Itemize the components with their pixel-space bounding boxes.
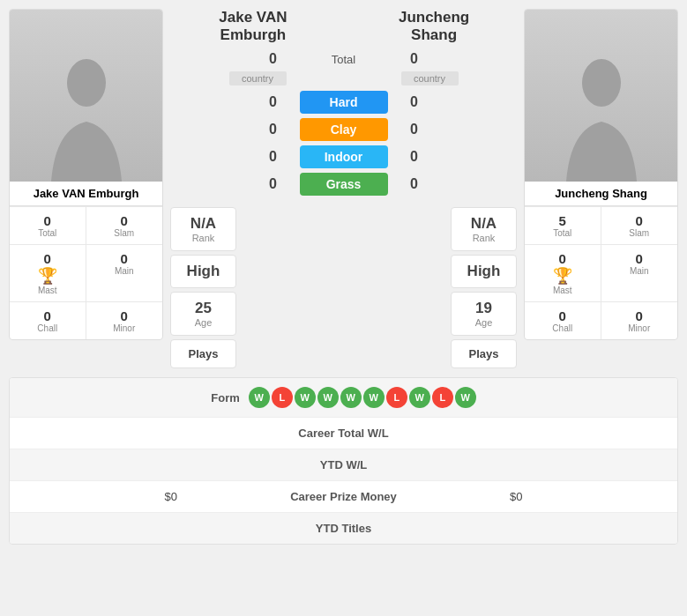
form-badge-5: W [363, 387, 385, 408]
right-mast-cell: 0 🏆 Mast [525, 245, 601, 302]
ytd-titles-row: YTD Titles [10, 513, 677, 544]
clay-button[interactable]: Clay [300, 118, 388, 141]
grass-button[interactable]: Grass [300, 173, 388, 196]
career-wl-label: Career Total W/L [186, 427, 501, 440]
form-label: Form [211, 391, 240, 404]
form-badge-0: W [249, 387, 270, 408]
right-main-value: 0 [605, 251, 675, 266]
right-age-lbl: Age [462, 317, 505, 328]
clay-row: 0 Clay 0 [170, 118, 517, 141]
career-prize-left-val: $0 [10, 490, 186, 503]
left-mast-label: Mast [13, 286, 82, 295]
clay-score-right: 0 [401, 122, 428, 137]
left-age-lbl: Age [182, 317, 225, 328]
left-level-val: High [182, 263, 225, 280]
right-plays-box: Plays [451, 339, 517, 368]
indoor-button[interactable]: Indoor [300, 145, 388, 168]
left-header-name: Jake VANEmburgh [179, 9, 327, 44]
bottom-stats-section: Form W L W W W W L W L W Career Total W/… [9, 377, 678, 545]
hard-score-right: 0 [401, 94, 428, 110]
left-plays-box: Plays [170, 339, 236, 368]
right-center-stats: N/A Rank High 19 Age Plays [451, 207, 517, 368]
right-rank-box: N/A Rank [451, 207, 517, 251]
ytd-wl-label: YTD W/L [186, 458, 501, 471]
ytd-titles-label: YTD Titles [186, 522, 501, 535]
right-age-box: 19 Age [451, 292, 517, 336]
hard-score-left: 0 [260, 94, 287, 110]
career-prize-right-val: $0 [501, 490, 677, 503]
form-badges-container: Form W L W W W W L W L W [186, 387, 501, 408]
grass-score-right: 0 [401, 176, 428, 192]
left-total-value: 0 [13, 213, 82, 228]
left-slam-cell: 0 Slam [86, 207, 163, 245]
right-minor-label: Minor [605, 323, 675, 333]
clay-score-left: 0 [260, 122, 287, 137]
player-names-row: Jake VANEmburgh JunchengShang [170, 9, 517, 44]
form-badge-9: W [455, 387, 476, 408]
center-stats-section: N/A Rank High 25 Age Plays [170, 207, 517, 368]
right-trophy-icon: 🏆 [553, 267, 572, 285]
right-player-avatar [525, 10, 677, 182]
left-main-cell: 0 Main [86, 245, 163, 302]
right-slam-cell: 0 Slam [601, 207, 678, 245]
left-age-val: 25 [182, 300, 225, 317]
left-chall-value: 0 [13, 308, 82, 323]
left-main-value: 0 [90, 251, 160, 266]
left-minor-cell: 0 Minor [86, 302, 163, 339]
left-chall-label: Chall [13, 323, 82, 333]
left-player-name: Jake VAN Emburgh [10, 182, 162, 206]
form-badge-2: W [295, 387, 316, 408]
surface-buttons: 0 Hard 0 0 Clay 0 0 Indoor 0 [170, 91, 517, 200]
hard-button[interactable]: Hard [300, 91, 388, 114]
right-rank-lbl: Rank [462, 233, 505, 243]
left-age-box: 25 Age [170, 292, 236, 336]
form-badge-3: W [317, 387, 339, 408]
career-prize-label: Career Prize Money [186, 490, 501, 503]
right-total-label: Total [528, 228, 597, 238]
left-slam-label: Slam [90, 228, 160, 238]
total-row: 0 Total 0 [170, 51, 517, 67]
left-country-flag: country [229, 71, 287, 85]
right-mast-value: 0 [528, 251, 597, 266]
form-row: Form W L W W W W L W L W [10, 378, 677, 418]
left-trophy-icon: 🏆 [38, 267, 57, 285]
indoor-score-right: 0 [401, 149, 428, 165]
form-badge-7: W [409, 387, 430, 408]
right-header-name: JunchengShang [360, 9, 508, 44]
right-level-val: High [462, 263, 505, 280]
svg-point-0 [67, 59, 106, 107]
right-main-cell: 0 Main [601, 245, 678, 302]
career-wl-row: Career Total W/L [10, 418, 677, 449]
right-player-name: Juncheng Shang [525, 182, 677, 206]
total-label: Total [300, 53, 388, 66]
left-mast-cell: 0 🏆 Mast [10, 245, 86, 302]
grass-row: 0 Grass 0 [170, 173, 517, 196]
right-minor-value: 0 [605, 308, 675, 323]
right-rank-val: N/A [462, 215, 505, 233]
right-chall-label: Chall [528, 323, 597, 333]
grass-score-left: 0 [260, 176, 287, 192]
left-total-cell: 0 Total [10, 207, 86, 245]
form-badge-4: W [340, 387, 362, 408]
right-slam-label: Slam [605, 228, 675, 238]
right-total-cell: 5 Total [525, 207, 601, 245]
right-minor-cell: 0 Minor [601, 302, 678, 339]
career-prize-row: $0 Career Prize Money $0 [10, 481, 677, 513]
form-badge-8: L [432, 387, 453, 408]
right-total-value: 5 [528, 213, 597, 228]
indoor-score-left: 0 [260, 149, 287, 165]
left-rank-lbl: Rank [182, 233, 225, 243]
left-plays-val: Plays [182, 347, 225, 360]
right-slam-value: 0 [605, 213, 675, 228]
right-mast-label: Mast [528, 286, 597, 295]
left-level-box: High [170, 255, 236, 288]
left-main-label: Main [90, 266, 160, 276]
right-country-flag: country [401, 71, 459, 85]
right-age-val: 19 [462, 300, 505, 317]
form-badge-1: L [272, 387, 293, 408]
total-score-right: 0 [401, 51, 428, 67]
left-player-avatar [10, 10, 162, 182]
left-mast-value: 0 [13, 251, 82, 266]
right-level-box: High [451, 255, 517, 288]
country-row: country country [170, 71, 517, 85]
